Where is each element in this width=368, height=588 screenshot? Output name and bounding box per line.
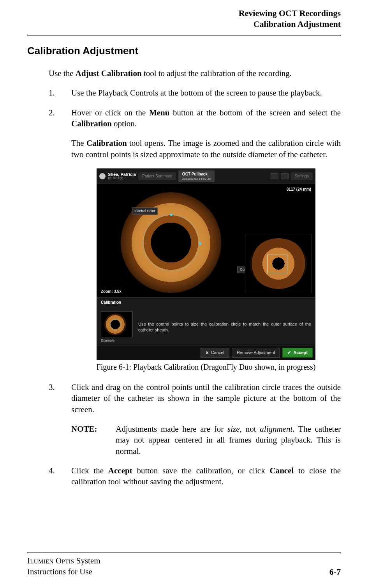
- note-text: Adjustments made here are for size, not …: [116, 423, 341, 457]
- overview-viewport-box[interactable]: [267, 255, 287, 273]
- patient-id: ID: F0730: [108, 177, 136, 180]
- print-icon[interactable]: [281, 173, 289, 179]
- cancel-button[interactable]: Cancel: [201, 348, 229, 358]
- step-3: Click and drag on the control points unt…: [49, 382, 341, 457]
- step-1-text: Use the Playback Controls at the bottom …: [71, 87, 341, 98]
- patient-avatar-icon: [99, 173, 106, 179]
- page-number: 6-7: [329, 567, 341, 577]
- patient-info: Shea, Patricia ID: F0730: [108, 172, 136, 181]
- overview-thumbnail[interactable]: [245, 234, 312, 293]
- example-calib-circle: [110, 319, 121, 331]
- step-3-note: NOTE: Adjustments made here are for size…: [71, 423, 341, 457]
- example-block: Example: [101, 312, 133, 343]
- note-label: NOTE:: [71, 423, 106, 457]
- step-2-line2: The Calibration tool opens. The image is…: [71, 138, 341, 160]
- figure-caption: Figure 6-1: Playback Calibration (Dragon…: [71, 362, 341, 372]
- footer-product-smallcaps: Ilumien Optis: [27, 556, 74, 565]
- check-icon: [287, 350, 291, 356]
- running-header: Reviewing OCT Recordings Calibration Adj…: [27, 8, 341, 29]
- running-header-line2: Calibration Adjustment: [27, 19, 341, 30]
- screenshot-topbar: Shea, Patricia ID: F0730 Patient Summary…: [97, 169, 315, 184]
- step-1: Use the Playback Controls at the bottom …: [49, 87, 341, 98]
- calibration-hint-text: Use the control points to size the calib…: [138, 321, 311, 333]
- help-icon[interactable]: [271, 173, 278, 179]
- example-image: [101, 312, 133, 337]
- settings-button[interactable]: Settings: [291, 172, 313, 180]
- calibration-hint-row: Example Use the control points to size t…: [97, 308, 315, 345]
- tab-patient-summary[interactable]: Patient Summary: [138, 172, 176, 180]
- close-icon: [206, 350, 209, 356]
- remove-adjustment-button[interactable]: Remove Adjustment: [232, 348, 280, 358]
- footer-rule: [27, 553, 341, 553]
- accept-button[interactable]: Accept: [282, 348, 313, 358]
- control-point-label-1: Control Point: [132, 207, 158, 214]
- step-4-text: Click the Accept button save the calibra…: [71, 465, 341, 487]
- figure-6-1: Shea, Patricia ID: F0730 Patient Summary…: [71, 168, 341, 360]
- example-caption: Example: [101, 338, 133, 343]
- screenshot: Shea, Patricia ID: F0730 Patient Summary…: [97, 168, 315, 360]
- header-rule: [27, 35, 341, 35]
- frame-info: 0117 (24 mm): [285, 186, 313, 193]
- step-2: Hover or click on the Menu button at the…: [49, 107, 341, 372]
- body-content: Use the Adjust Calibration tool to adjus…: [49, 68, 341, 487]
- step-4: Click the Accept button save the calibra…: [49, 465, 341, 487]
- running-header-line1: Reviewing OCT Recordings: [27, 8, 341, 19]
- calibration-button-bar: Cancel Remove Adjustment Accept: [97, 345, 315, 360]
- step-2-line1: Hover or click on the Menu button at the…: [71, 107, 341, 129]
- intro-paragraph: Use the Adjust Calibration tool to adjus…: [49, 68, 341, 79]
- footer-product: Ilumien Optis System Instructions for Us…: [27, 556, 100, 577]
- instruction-list: Use the Playback Controls at the bottom …: [49, 87, 341, 487]
- step-3-text: Click and drag on the control points unt…: [71, 382, 341, 415]
- page-footer: Ilumien Optis System Instructions for Us…: [27, 553, 341, 577]
- oct-viewer[interactable]: 0117 (24 mm) Control Point Control Point…: [97, 184, 315, 297]
- calibration-circle[interactable]: [143, 214, 200, 271]
- footer-subtitle: Instructions for Use: [27, 567, 100, 577]
- zoom-label: Zoom: 3.5x: [99, 288, 123, 295]
- tab-oct-pullback[interactable]: OCT Pullback 2011/02/03 14:52:36: [178, 170, 215, 182]
- calibration-panel-title: Calibration: [97, 297, 315, 308]
- section-title: Calibration Adjustment: [27, 45, 341, 57]
